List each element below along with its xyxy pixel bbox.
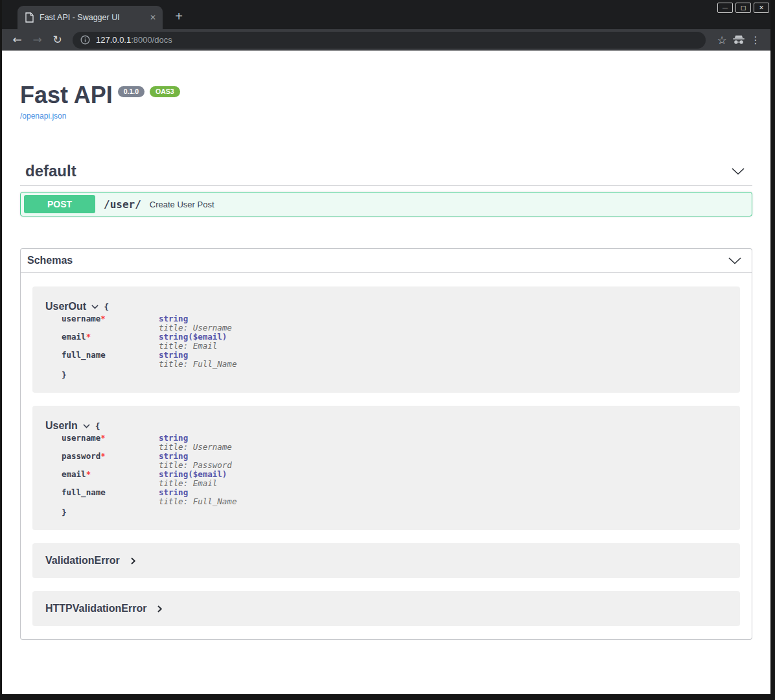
oas3-badge: OAS3	[150, 86, 180, 97]
url-host: 127.0.0.1	[96, 35, 131, 45]
prop-title: title: Username	[159, 443, 232, 452]
prop-type: string	[159, 487, 188, 497]
new-tab-button[interactable]: +	[170, 8, 187, 25]
prop-title: title: Email	[159, 342, 227, 351]
schemas-body: UserOut { username* string title: Userna…	[21, 273, 752, 639]
close-brace: }	[62, 371, 727, 380]
model-userin: UserIn { username* string title: Usernam…	[32, 406, 740, 530]
prop-type: string	[159, 314, 188, 323]
bookmark-star-icon[interactable]: ☆	[713, 34, 730, 47]
prop-title: title: Password	[159, 461, 232, 470]
open-brace: {	[95, 421, 100, 431]
schemas-section: Schemas UserOut { username*	[20, 248, 752, 640]
prop-type: string	[159, 332, 188, 342]
reload-button[interactable]: ↻	[47, 31, 67, 49]
tag-name: default	[25, 162, 76, 180]
model-userin-header[interactable]: UserIn {	[45, 420, 727, 432]
model-userout: UserOut { username* string title: Userna…	[32, 286, 740, 393]
prop-name: full_name	[62, 487, 106, 497]
open-brace: {	[104, 302, 109, 312]
browser-toolbar: ← → ↻ 127.0.0.1:8000/docs ☆ ⋮	[2, 29, 770, 51]
endpoint-path: /user/	[104, 198, 141, 211]
model-name: UserIn	[45, 420, 78, 432]
prop-name: email	[62, 469, 86, 479]
tag-collapse-button[interactable]	[729, 167, 747, 176]
prop-type: string	[159, 451, 188, 461]
prop-title: title: Username	[159, 323, 232, 332]
browser-window: Fast API - Swagger UI ✕ + — □ ✕ ← → ↻ 12…	[2, 0, 770, 694]
model-httpvalidationerror-header[interactable]: HTTPValidationError	[45, 603, 727, 614]
property-row: username* string title: Username	[62, 314, 727, 332]
chevron-right-icon	[157, 605, 162, 612]
required-marker: *	[86, 332, 91, 342]
url-path: :8000/docs	[131, 35, 172, 45]
browser-tab[interactable]: Fast API - Swagger UI ✕	[17, 6, 163, 29]
browser-menu-icon[interactable]: ⋮	[747, 34, 764, 46]
window-controls: — □ ✕	[717, 3, 769, 13]
tag-header[interactable]: default	[20, 157, 752, 186]
tag-section-default: default POST /user/ Create User Post	[20, 157, 752, 216]
required-marker: *	[100, 314, 106, 323]
property-row: email* string($email) title: Email	[62, 332, 727, 351]
prop-title: title: Full_Name	[159, 360, 237, 369]
api-title-text: Fast API	[20, 82, 113, 108]
schemas-header[interactable]: Schemas	[21, 249, 752, 273]
property-row: email* string($email) title: Email	[62, 470, 727, 488]
window-maximize-button[interactable]: □	[735, 3, 751, 13]
prop-format: ($email)	[188, 332, 227, 342]
prop-type: string	[159, 350, 188, 360]
chevron-down-icon	[83, 424, 90, 428]
api-info: Fast API0.1.0OAS3 /openapi.json	[20, 82, 752, 121]
prop-name: username	[62, 314, 100, 323]
window-close-button[interactable]: ✕	[754, 3, 769, 13]
property-row: username* string title: Username	[62, 434, 727, 452]
prop-format: ($email)	[188, 469, 227, 479]
prop-name: password	[62, 451, 100, 461]
schemas-title: Schemas	[27, 255, 73, 266]
chevron-right-icon	[131, 557, 135, 565]
endpoint-summary: Create User Post	[150, 200, 214, 209]
prop-name: username	[62, 433, 100, 443]
model-properties: username* string title: Username email* …	[62, 314, 727, 380]
back-button[interactable]: ←	[7, 31, 27, 49]
prop-title: title: Email	[159, 479, 227, 488]
tab-title: Fast API - Swagger UI	[40, 13, 141, 22]
model-validationerror-header[interactable]: ValidationError	[45, 555, 727, 566]
property-row: full_name string title: Full_Name	[62, 351, 727, 369]
required-marker: *	[100, 433, 106, 443]
version-badge: 0.1.0	[118, 86, 145, 97]
model-httpvalidationerror: HTTPValidationError	[32, 591, 740, 626]
url-text: 127.0.0.1:8000/docs	[96, 35, 172, 45]
model-name: HTTPValidationError	[45, 603, 146, 614]
schemas-collapse-button[interactable]	[726, 256, 744, 266]
address-bar[interactable]: 127.0.0.1:8000/docs	[73, 32, 706, 49]
prop-type: string	[159, 433, 188, 443]
model-validationerror: ValidationError	[32, 543, 740, 578]
required-marker: *	[86, 469, 91, 479]
chevron-down-icon	[732, 168, 745, 175]
api-title: Fast API0.1.0OAS3	[20, 82, 752, 108]
endpoint-post-user[interactable]: POST /user/ Create User Post	[20, 192, 752, 216]
tab-close-icon[interactable]: ✕	[147, 12, 159, 23]
prop-type: string	[159, 469, 188, 479]
property-row: password* string title: Password	[62, 452, 727, 470]
model-name: UserOut	[45, 301, 86, 312]
incognito-avatar-icon[interactable]	[730, 35, 747, 45]
page-favicon-icon	[25, 12, 34, 23]
model-properties: username* string title: Username passwor…	[62, 434, 727, 517]
close-brace: }	[62, 508, 727, 517]
required-marker: *	[100, 451, 106, 461]
chevron-down-icon	[91, 305, 98, 309]
swagger-page: Fast API0.1.0OAS3 /openapi.json default …	[2, 51, 770, 694]
model-name: ValidationError	[45, 555, 120, 566]
tab-strip: Fast API - Swagger UI ✕ + — □ ✕	[2, 0, 770, 29]
site-info-icon[interactable]	[80, 35, 90, 45]
prop-name: full_name	[62, 350, 106, 360]
model-userout-header[interactable]: UserOut {	[45, 301, 727, 312]
property-row: full_name string title: Full_Name	[62, 488, 727, 506]
forward-button[interactable]: →	[27, 31, 47, 49]
openapi-spec-link[interactable]: /openapi.json	[20, 111, 66, 121]
method-badge: POST	[24, 195, 95, 213]
prop-name: email	[62, 332, 86, 342]
window-minimize-button[interactable]: —	[717, 3, 733, 13]
